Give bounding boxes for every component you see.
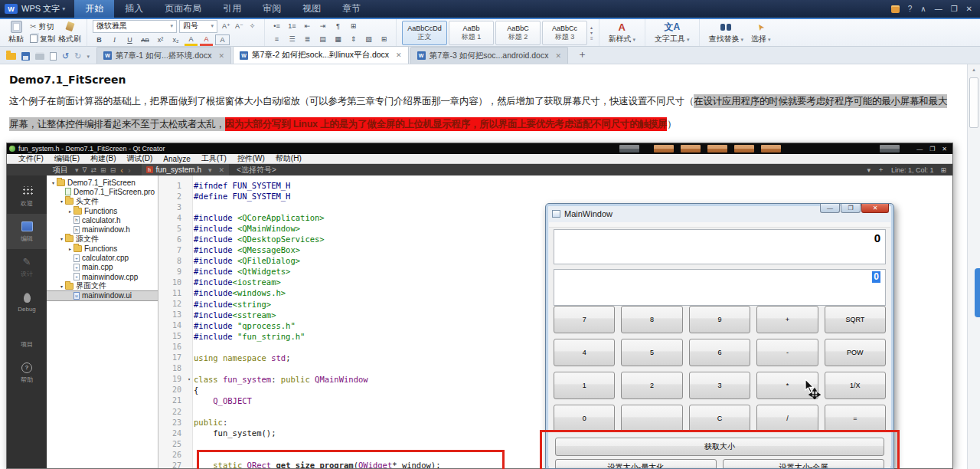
open-folder-icon[interactable] <box>6 53 16 60</box>
tree-item[interactable]: main.cpp <box>47 263 158 272</box>
tree-expander-icon[interactable]: ▾ <box>50 180 57 185</box>
qt-menu-item[interactable]: 控件(W) <box>232 153 270 164</box>
qt-minimize-button[interactable]: — <box>916 146 923 153</box>
font-size-icon[interactable]: A⁻ <box>233 21 246 32</box>
font-format-icon[interactable]: x² <box>154 34 167 46</box>
print-preview-icon[interactable] <box>50 52 57 61</box>
font-format-icon[interactable]: B <box>93 34 106 46</box>
copy-button[interactable]: 复制 <box>30 34 55 44</box>
tree-item[interactable]: mainwindow.cpp <box>47 272 158 281</box>
tree-expander-icon[interactable]: ▾ <box>58 198 65 204</box>
qt-close-button[interactable]: ✕ <box>942 146 947 153</box>
paste-button[interactable]: 粘贴 <box>5 21 27 44</box>
code-line[interactable]: 2#define FUN_SYSTEM_H <box>158 191 952 202</box>
document-tab[interactable]: W第7章-3 如何把soc...android.docx✕ <box>410 47 568 64</box>
paragraph-icon[interactable]: ⇥ <box>316 21 329 32</box>
mode-item-edit[interactable]: 编辑 <box>7 214 47 249</box>
style-chip[interactable]: AaBbCcDd正文 <box>402 21 447 45</box>
project-pane-label[interactable]: 项目 <box>53 165 68 175</box>
scrollbar-thumb[interactable] <box>969 77 978 128</box>
document-dropdown-icon[interactable]: ▾ <box>208 166 212 174</box>
tree-item[interactable]: ▾Demo7.1_FitScreen <box>47 178 158 187</box>
document-scrollbar[interactable]: ▴ <box>967 64 980 469</box>
collapse-all-icon[interactable]: ⊟ <box>110 166 116 174</box>
document-tab[interactable]: W第7章-1 如何...搭环境.docx✕ <box>96 47 231 64</box>
font-format-icon[interactable]: AB <box>139 34 152 46</box>
editor-plus-icon[interactable]: ＋ <box>877 165 884 175</box>
tree-item[interactable]: ▾界面文件 <box>47 281 158 290</box>
style-chip[interactable]: AaBbCc标题 3 <box>542 21 587 45</box>
new-document-tab-button[interactable]: ＋ <box>577 48 587 64</box>
code-line[interactable]: 1#ifndef FUN_SYSTEM_H <box>158 180 952 191</box>
format-painter-icon[interactable] <box>65 21 74 31</box>
maximize-button[interactable]: ❐ <box>951 5 958 13</box>
mode-item-help[interactable]: ?帮助 <box>7 355 47 390</box>
mode-item-debug[interactable]: Debug <box>7 284 47 320</box>
side-panel-handle[interactable] <box>975 268 980 317</box>
tree-expander-icon[interactable]: ▾ <box>58 284 65 289</box>
calc-key-2[interactable]: 2 <box>621 372 682 399</box>
qt-maximize-button[interactable]: ❐ <box>929 146 935 153</box>
wps-menu-tab[interactable]: 审阅 <box>252 0 292 18</box>
tree-item[interactable]: ▾头文件 <box>47 197 158 206</box>
mode-item-projects[interactable]: 项目 <box>7 320 47 355</box>
calc-key-3[interactable]: 3 <box>689 372 750 399</box>
project-pane-caret-icon[interactable]: ▾ <box>75 166 79 174</box>
mode-item-welcome[interactable]: 欢迎 <box>7 179 47 214</box>
qt-menu-item[interactable]: 调试(D) <box>121 153 158 164</box>
document-tab[interactable]: W第7章-2 如何把sock...到linux平台.docx✕ <box>233 46 409 64</box>
calc-key-/[interactable]: / <box>756 405 818 432</box>
qt-menu-item[interactable]: 工具(T) <box>196 153 232 164</box>
font-format-icon[interactable]: U <box>123 34 136 46</box>
sync-icon[interactable]: ⇄ <box>91 166 97 174</box>
wps-app-title[interactable]: WPS 文字 <box>21 3 60 15</box>
qt-menu-item[interactable]: Analyze <box>158 155 196 163</box>
tree-item[interactable]: calculator.cpp <box>47 253 158 262</box>
calc-maximize-button[interactable]: ❐ <box>841 203 861 213</box>
calc-key-4[interactable]: 4 <box>554 339 615 366</box>
calc-key-1[interactable]: 1 <box>554 372 615 399</box>
tree-expander-icon[interactable]: ▾ <box>58 236 65 241</box>
paragraph-icon[interactable]: ▦ <box>332 34 345 45</box>
tree-item[interactable]: calculator.h <box>47 215 158 225</box>
paragraph-icon[interactable]: ⊞ <box>377 34 390 45</box>
style-up-icon[interactable]: ▴ <box>590 25 593 30</box>
font-format-icon[interactable]: A <box>215 34 230 45</box>
filter-icon[interactable]: ∇ <box>83 166 87 174</box>
vip-bag-icon[interactable] <box>891 5 900 13</box>
calc-key-+[interactable]: + <box>756 306 818 333</box>
calc-close-button[interactable]: ✕ <box>861 203 889 213</box>
app-menu-caret-icon[interactable]: ▾ <box>62 5 65 12</box>
editor-menu-caret-icon[interactable]: ▾ <box>867 166 871 174</box>
go-forward-icon[interactable]: › <box>128 166 131 175</box>
close-button[interactable]: ✕ <box>966 5 972 13</box>
calc-key-5[interactable]: 5 <box>621 339 682 366</box>
calc-key-6[interactable]: 6 <box>689 339 750 366</box>
new-style-button[interactable]: A 新样式▾ <box>605 21 640 44</box>
tree-item[interactable]: mainwindow.ui <box>47 291 158 300</box>
paragraph-icon[interactable]: ▧ <box>362 34 375 45</box>
font-size-icon[interactable]: ✧ <box>246 21 259 32</box>
qt-menu-item[interactable]: 构建(B) <box>85 153 121 164</box>
style-chip[interactable]: AaBbC标题 2 <box>495 21 541 45</box>
font-size-select[interactable]: 四号 ▾ <box>179 20 217 33</box>
tree-expander-icon[interactable]: ▸ <box>67 208 74 214</box>
print-icon[interactable] <box>35 54 44 60</box>
symbol-selector[interactable]: <选择符号> <box>237 165 276 175</box>
document-tab-close-icon[interactable]: ✕ <box>218 52 224 60</box>
paragraph-icon[interactable]: ⇤ <box>301 21 314 32</box>
help-icon[interactable]: ? <box>908 5 913 13</box>
quick-access-caret-icon[interactable]: ▾ <box>87 54 90 60</box>
cut-button[interactable]: ✂ 剪切 <box>30 21 55 31</box>
tree-item[interactable]: mainwindow.h <box>47 225 158 234</box>
format-painter-button[interactable]: 格式刷 <box>58 34 81 44</box>
paragraph-icon[interactable]: ⊞ <box>347 21 360 32</box>
tree-item[interactable]: ▸Functions <box>47 244 158 253</box>
wps-logo-icon[interactable]: W <box>5 4 18 14</box>
calc-key--[interactable]: - <box>756 339 818 366</box>
calc-key-C[interactable]: C <box>689 405 750 432</box>
calc-minimize-button[interactable]: — <box>820 203 840 213</box>
save-icon[interactable] <box>21 52 30 61</box>
calc-key-9[interactable]: 9 <box>689 306 750 333</box>
style-more-icon[interactable]: ≡ <box>590 36 593 41</box>
